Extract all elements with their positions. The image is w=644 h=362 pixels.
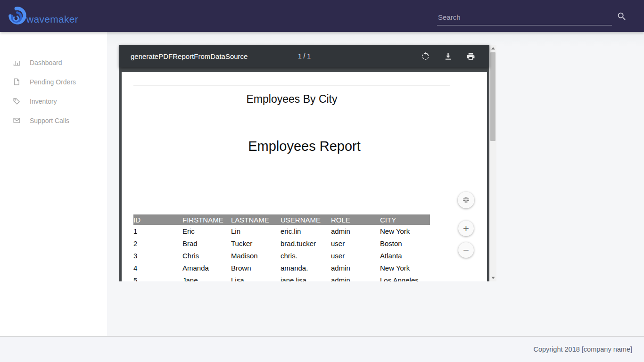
sidebar-item-inventory[interactable]: Inventory	[0, 91, 107, 111]
cell-lastname: Lisa	[231, 276, 281, 282]
cell-username: amanda.	[281, 264, 331, 272]
column-header: USERNAME	[281, 215, 331, 224]
sidebar: Dashboard Pending Orders Inventory Suppo…	[0, 32, 107, 336]
cell-firstname: Chris	[182, 252, 231, 260]
cell-role: admin	[331, 227, 380, 235]
cell-firstname: Amanda	[182, 264, 231, 272]
rotate-icon[interactable]	[421, 52, 430, 61]
pdf-canvas-area[interactable]: Employees By City Employees Report ID FI…	[119, 67, 489, 281]
app-body: Dashboard Pending Orders Inventory Suppo…	[0, 32, 644, 336]
download-icon[interactable]	[444, 52, 453, 61]
search-bar	[437, 7, 627, 25]
cell-lastname: Brown	[231, 264, 281, 272]
tag-icon	[13, 97, 21, 105]
table-row: 5 Jane Lisa jane.lisa admin Los Angeles	[133, 274, 430, 281]
sidebar-item-pending-orders[interactable]: Pending Orders	[0, 72, 107, 91]
table-row: 4 Amanda Brown amanda. admin New York	[133, 262, 430, 274]
table-row: 1 Eric Lin eric.lin admin New York	[133, 225, 430, 237]
document-title: Employees Report	[122, 139, 487, 154]
pdf-title: generatePDFReportFromDataSource	[131, 52, 248, 60]
scroll-down-button[interactable]	[489, 274, 496, 281]
pdf-toolbar: generatePDFReportFromDataSource 1 / 1	[119, 45, 489, 67]
table-body: 1 Eric Lin eric.lin admin New York 2 Bra…	[133, 225, 430, 281]
bar-chart-icon	[13, 58, 21, 66]
copyright-text: Copyright 2018 [company name]	[533, 346, 632, 353]
scroll-up-button[interactable]	[489, 45, 496, 52]
fit-to-page-icon	[462, 197, 470, 204]
sidebar-item-label: Support Calls	[30, 117, 69, 124]
cell-username: jane.lisa	[281, 276, 331, 282]
cell-city: Atlanta	[380, 252, 430, 260]
cell-firstname: Jane	[182, 276, 231, 282]
mail-icon	[13, 116, 21, 124]
cell-firstname: Eric	[182, 227, 231, 235]
wavemaker-logo-icon	[7, 5, 29, 27]
cell-role: admin	[331, 276, 380, 282]
cell-username: brad.tucker	[281, 239, 331, 247]
column-header: CITY	[380, 215, 430, 224]
table-header-row: ID FIRSTNAME LASTNAME USERNAME ROLE CITY	[133, 214, 430, 225]
pdf-toolbar-actions	[421, 52, 475, 61]
cell-role: user	[331, 252, 380, 260]
column-header: FIRSTNAME	[182, 215, 231, 224]
column-header: ROLE	[331, 215, 380, 224]
cell-city: New York	[380, 227, 430, 235]
document-heading: Employees By City	[133, 93, 450, 106]
sidebar-item-support-calls[interactable]: Support Calls	[0, 111, 107, 130]
cell-role: admin	[331, 264, 380, 272]
pdf-scrollbar[interactable]	[489, 45, 496, 281]
cell-firstname: Brad	[182, 239, 231, 247]
cell-id: 4	[133, 264, 182, 272]
column-header: ID	[133, 215, 182, 224]
triangle-down-icon	[491, 277, 495, 279]
cell-id: 5	[133, 276, 182, 282]
cell-lastname: Lin	[231, 227, 281, 235]
pdf-viewer: generatePDFReportFromDataSource 1 / 1	[119, 45, 496, 281]
cell-lastname: Madison	[231, 252, 281, 260]
cell-city: Los Angeles	[380, 276, 430, 282]
column-header: LASTNAME	[231, 215, 281, 224]
triangle-up-icon	[491, 47, 495, 49]
cell-city: New York	[380, 264, 430, 272]
cell-username: eric.lin	[281, 227, 331, 235]
cell-id: 3	[133, 252, 182, 260]
brand-name: wavemaker	[26, 14, 78, 25]
sidebar-item-label: Inventory	[30, 98, 57, 105]
app-header: wavemaker	[0, 0, 644, 32]
sidebar-nav: Dashboard Pending Orders Inventory Suppo…	[0, 32, 107, 130]
brand-logo[interactable]: wavemaker	[7, 5, 78, 27]
sidebar-item-label: Dashboard	[30, 59, 62, 66]
zoom-in-button[interactable]: +	[458, 221, 474, 236]
search-input[interactable]	[437, 10, 612, 25]
document-icon	[13, 78, 21, 86]
sidebar-item-dashboard[interactable]: Dashboard	[0, 53, 107, 72]
document-divider	[133, 85, 450, 85]
cell-id: 1	[133, 227, 182, 235]
cell-username: chris.	[281, 252, 331, 260]
sidebar-item-label: Pending Orders	[30, 78, 76, 86]
cell-city: Boston	[380, 239, 430, 247]
cell-role: user	[331, 239, 380, 247]
scrollbar-thumb[interactable]	[490, 52, 495, 141]
zoom-out-button[interactable]: −	[458, 242, 474, 258]
cell-lastname: Tucker	[231, 239, 281, 247]
fit-to-page-button[interactable]	[458, 192, 474, 208]
employees-table: ID FIRSTNAME LASTNAME USERNAME ROLE CITY…	[133, 214, 430, 281]
table-row: 3 Chris Madison chris. user Atlanta	[133, 249, 430, 262]
table-row: 2 Brad Tucker brad.tucker user Boston	[133, 237, 430, 249]
pdf-page: Employees By City Employees Report ID FI…	[122, 72, 487, 281]
app-footer: Copyright 2018 [company name]	[0, 336, 644, 362]
cell-id: 2	[133, 239, 182, 247]
search-icon[interactable]	[617, 11, 627, 22]
print-icon[interactable]	[466, 52, 475, 61]
